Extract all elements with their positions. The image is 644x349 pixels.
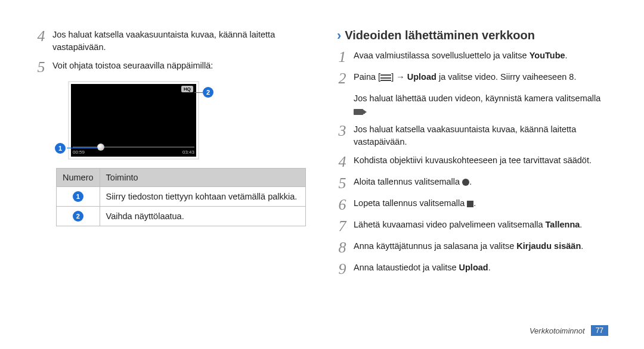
step-text: Lähetä kuvaamasi video palvelimeen valit… <box>354 219 582 231</box>
step-number: 6 <box>337 197 348 213</box>
step-6: 6 Lopeta tallennus valitsemalla . <box>337 197 608 213</box>
step-3: 3 Jos haluat katsella vaakasuuntaista ku… <box>337 123 608 148</box>
callout-1-badge: 1 <box>55 143 66 154</box>
stop-icon <box>467 201 473 207</box>
badge-1-icon: 1 <box>73 191 83 202</box>
step-text: Jos haluat katsella vaakasuuntaista kuva… <box>52 29 307 54</box>
camera-icon <box>354 109 363 115</box>
step-4: 4 Kohdista objektiivi kuvauskohteeseen j… <box>337 154 608 170</box>
cell-badge: 1 <box>57 187 100 207</box>
step-number: 2 <box>337 71 348 86</box>
step-text: Kohdista objektiivi kuvauskohteeseen ja … <box>354 154 592 167</box>
footer-section: Verkkotoiminnot <box>530 326 585 335</box>
legend-table: Numero Toiminto 1 Siirry tiedoston tiett… <box>56 168 306 226</box>
step-text: Anna käyttäjätunnus ja salasana ja valit… <box>354 240 583 253</box>
step-5: 5 Aloita tallennus valitsemalla . <box>337 176 608 191</box>
cell-badge: 2 <box>57 207 100 226</box>
step-2: 2 Paina [] → Upload ja valitse video. Si… <box>337 71 608 86</box>
step-text: Voit ohjata toistoa seuraavilla näppäimi… <box>52 60 213 72</box>
table-row: 2 Vaihda näyttölaatua. <box>57 207 306 226</box>
video-preview: HQ 00:59 03:43 1 2 <box>56 81 211 160</box>
step-number: 5 <box>337 176 348 191</box>
table-row: 1 Siirry tiedoston tiettyyn kohtaan vetä… <box>57 187 306 207</box>
page-footer: Verkkotoiminnot 77 <box>530 325 608 336</box>
step-number: 4 <box>337 154 348 170</box>
step-number: 9 <box>337 261 348 277</box>
menu-icon <box>380 74 391 81</box>
step-9: 9 Anna lataustiedot ja valitse Upload. <box>337 261 608 277</box>
step-5-left: 5 Voit ohjata toistoa seuraavilla näppäi… <box>36 60 307 75</box>
step-number: 4 <box>36 29 47 44</box>
cell-func: Siirry tiedoston tiettyyn kohtaan vetämä… <box>100 187 305 207</box>
step-text: Aloita tallennus valitsemalla . <box>354 176 472 188</box>
step-1: 1 Avaa valmiustilassa sovellusluettelo j… <box>337 49 608 65</box>
time-elapsed: 00:59 <box>73 149 85 155</box>
step-8: 8 Anna käyttäjätunnus ja salasana ja val… <box>337 240 608 255</box>
callout-2-badge: 2 <box>203 87 213 98</box>
step-number: 8 <box>337 240 348 255</box>
time-total: 03:43 <box>182 149 194 155</box>
header-numero: Numero <box>57 169 100 187</box>
step-text: Anna lataustiedot ja valitse Upload. <box>354 261 491 274</box>
step-number: 1 <box>337 49 348 65</box>
table-header-row: Numero Toiminto <box>57 169 306 187</box>
cell-func: Vaihda näyttölaatua. <box>100 207 305 226</box>
step-number: 5 <box>36 60 47 75</box>
step-number: 7 <box>337 219 348 234</box>
badge-2-icon: 2 <box>73 211 83 222</box>
step-4-left: 4 Jos haluat katsella vaakasuuntaista ku… <box>36 29 307 54</box>
hq-badge: HQ <box>181 86 193 92</box>
step-2-sub: Jos haluat lähettää uuden videon, käynni… <box>354 92 608 117</box>
record-icon <box>462 179 469 186</box>
callout-line <box>67 148 98 148</box>
step-text: Paina [] → Upload ja valitse video. Siir… <box>354 71 576 83</box>
callout-line <box>194 92 203 93</box>
step-text: Avaa valmiustilassa sovellusluettelo ja … <box>354 49 568 62</box>
header-toiminto: Toiminto <box>100 169 305 187</box>
section-title-text: Videoiden lähettäminen verkkoon <box>345 29 535 42</box>
step-text: Jos haluat katsella vaakasuuntaista kuva… <box>354 123 608 148</box>
page-number: 77 <box>591 325 608 336</box>
step-7: 7 Lähetä kuvaamasi video palvelimeen val… <box>337 219 608 234</box>
step-text: Lopeta tallennus valitsemalla . <box>354 197 476 210</box>
chevron-right-icon: › <box>337 29 341 42</box>
section-heading: › Videoiden lähettäminen verkkoon <box>337 29 608 42</box>
step-number: 3 <box>337 123 348 139</box>
